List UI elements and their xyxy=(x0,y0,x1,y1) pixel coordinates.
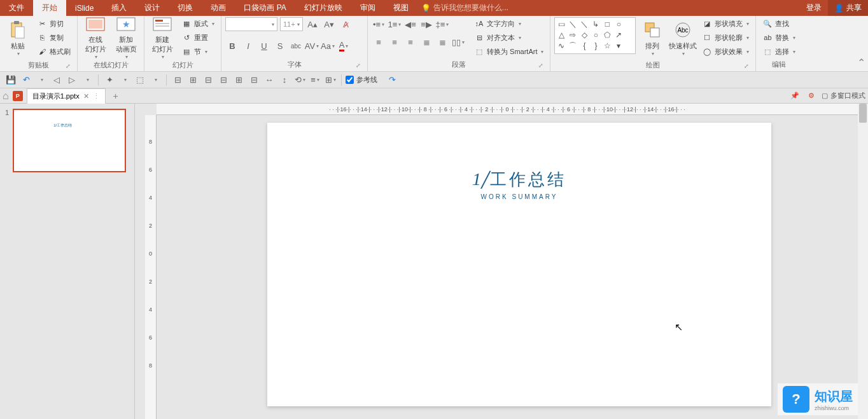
underline-button[interactable]: U xyxy=(257,39,271,53)
select-button[interactable]: ⬚选择▾ xyxy=(760,45,798,58)
tab-transition[interactable]: 切换 xyxy=(169,0,202,16)
align-left-button[interactable]: ≡ xyxy=(372,35,386,49)
q-grid-button[interactable]: ⊞▾ xyxy=(323,73,337,87)
tab-insert[interactable]: 插入 xyxy=(102,0,136,16)
q-anim-dd[interactable]: ▾ xyxy=(118,73,132,87)
change-case-button[interactable]: Aa▾ xyxy=(321,39,335,53)
save-button[interactable]: 💾 xyxy=(4,73,18,87)
replace-button[interactable]: ab替换▾ xyxy=(760,31,798,44)
tab-pocketanim[interactable]: 口袋动画 PA xyxy=(235,0,295,16)
strike-button[interactable]: S xyxy=(273,39,287,53)
tab-review[interactable]: 审阅 xyxy=(351,0,384,16)
add-tab-button[interactable]: + xyxy=(109,90,122,102)
slide-area[interactable]: 1╱工作总结 WORK SUMMARY ↖ xyxy=(157,115,858,419)
layout-button[interactable]: ▦版式▾ xyxy=(179,17,217,30)
align-right-button[interactable]: ≡ xyxy=(403,35,417,49)
tab-animation[interactable]: 动画 xyxy=(202,0,235,16)
bullets-button[interactable]: •≡▾ xyxy=(372,17,386,31)
align-center-button[interactable]: ≡ xyxy=(388,35,402,49)
scrollbar-thumb[interactable] xyxy=(859,104,867,123)
close-tab-button[interactable]: ✕ xyxy=(83,92,89,100)
guides-checkbox[interactable]: 参考线 xyxy=(346,75,377,85)
redo-dropdown[interactable]: ▾ xyxy=(34,73,48,87)
shapes-more-icon[interactable]: ▾ xyxy=(614,41,623,50)
italic-button[interactable]: I xyxy=(241,39,255,53)
justify-button[interactable]: ≣ xyxy=(419,35,433,49)
login-button[interactable]: 登录 xyxy=(800,0,828,16)
find-button[interactable]: 🔍查找 xyxy=(760,17,798,30)
tab-file[interactable]: 文件 xyxy=(0,0,33,16)
slide-thumbnail[interactable]: 1 1/工作总结 xyxy=(5,109,129,172)
q-align2-button[interactable]: ⊞ xyxy=(186,73,200,87)
format-painter-button[interactable]: 🖌格式刷 xyxy=(34,45,73,58)
q-align4-button[interactable]: ⊟ xyxy=(216,73,230,87)
arrange-button[interactable]: 排列▾ xyxy=(638,17,666,59)
clear-format-button[interactable]: A̷ xyxy=(339,17,353,31)
shape-fill-button[interactable]: ◪形状填充▾ xyxy=(699,17,752,30)
font-color-button[interactable]: A▾ xyxy=(337,39,351,53)
settings-button[interactable]: ⚙ xyxy=(805,90,818,102)
q-anim-button[interactable]: ✦ xyxy=(102,73,116,87)
tab-islide[interactable]: iSlide xyxy=(66,0,102,16)
char-spacing-button[interactable]: AV▾ xyxy=(305,39,319,53)
q-align6-button[interactable]: ⊟ xyxy=(247,73,261,87)
copy-button[interactable]: ⎘复制 xyxy=(34,31,73,44)
quick-style-button[interactable]: Abc 快速样式▾ xyxy=(669,17,697,59)
font-name-input[interactable]: ▾ xyxy=(225,17,277,31)
indent-dec-button[interactable]: ◀≡ xyxy=(403,17,417,31)
q-align1-button[interactable]: ⊟ xyxy=(171,73,185,87)
paste-button[interactable]: 粘贴▾ xyxy=(4,17,32,59)
q-group-button[interactable]: ⬚ xyxy=(133,73,147,87)
shape-effects-button[interactable]: ◯形状效果▾ xyxy=(699,45,752,58)
multiwindow-button[interactable]: ▢多窗口模式 xyxy=(822,90,865,102)
scrollbar-vertical[interactable] xyxy=(858,104,868,419)
online-slide-button[interactable]: 在线 幻灯片▾ xyxy=(81,17,109,59)
indent-inc-button[interactable]: ≡▶ xyxy=(419,17,433,31)
share-button[interactable]: 👤 共享 xyxy=(828,0,868,16)
nav-back-button[interactable]: ◁ xyxy=(50,73,64,87)
bold-button[interactable]: B xyxy=(225,39,239,53)
tell-me-search[interactable]: 💡 告诉我您想要做什么... xyxy=(421,3,508,13)
shape-outline-button[interactable]: ☐形状轮廓▾ xyxy=(699,31,752,44)
font-launcher[interactable]: ⤢ xyxy=(354,62,362,70)
q-dist-h-button[interactable]: ↔ xyxy=(262,73,276,87)
drawing-launcher[interactable]: ⤢ xyxy=(743,63,750,71)
reset-button[interactable]: ↺重置 xyxy=(179,31,217,44)
align-text-button[interactable]: ⊟对齐文本▾ xyxy=(472,31,546,44)
nav-fwd-button[interactable]: ▷ xyxy=(65,73,79,87)
line-spacing-button[interactable]: ‡≡▾ xyxy=(435,17,449,31)
columns-button[interactable]: ▯▯▾ xyxy=(451,35,465,49)
smartart-button[interactable]: ⬚转换为 SmartArt▾ xyxy=(472,45,546,58)
increase-font-button[interactable]: A▴ xyxy=(305,17,319,31)
distribute-button[interactable]: ≣ xyxy=(435,35,449,49)
numbering-button[interactable]: 1≡▾ xyxy=(388,17,402,31)
q-align3-button[interactable]: ⊟ xyxy=(201,73,215,87)
text-direction-button[interactable]: ↕A文字方向▾ xyxy=(472,17,546,30)
tab-home[interactable]: 开始 xyxy=(33,0,66,16)
cut-button[interactable]: ✂剪切 xyxy=(34,17,73,30)
q-dist-v-button[interactable]: ↕ xyxy=(277,73,291,87)
shapes-gallery[interactable]: ▭＼＼↳□○ △⇨◇○⬠↗ ∿⌒{}☆▾ xyxy=(554,17,636,54)
new-anim-button[interactable]: ★ 新加 动画页▾ xyxy=(112,17,140,59)
paragraph-launcher[interactable]: ⤢ xyxy=(537,62,545,70)
slide-canvas[interactable]: 1╱工作总结 WORK SUMMARY ↖ xyxy=(267,123,771,406)
q-align5-button[interactable]: ⊞ xyxy=(232,73,246,87)
q-redo-button[interactable]: ↷ xyxy=(385,73,399,87)
section-button[interactable]: ▤节▾ xyxy=(179,45,217,58)
home-icon[interactable]: ⌂ xyxy=(3,90,9,102)
collapse-ribbon-button[interactable]: ⌃ xyxy=(857,57,865,69)
clipboard-launcher[interactable]: ⤢ xyxy=(64,63,72,71)
decrease-font-button[interactable]: A▾ xyxy=(322,17,336,31)
tab-slideshow[interactable]: 幻灯片放映 xyxy=(295,0,351,16)
q-rotate-button[interactable]: ⟲▾ xyxy=(293,73,307,87)
q-list-button[interactable]: ≡▾ xyxy=(308,73,322,87)
document-tab[interactable]: 目录演示1.pptx ✕ ⋮ xyxy=(27,88,106,104)
q-group-dd[interactable]: ▾ xyxy=(148,73,162,87)
qat-customize[interactable]: ▾ xyxy=(80,73,94,87)
new-slide-button[interactable]: 新建 幻灯片▾ xyxy=(148,17,176,59)
undo-button[interactable]: ↶ xyxy=(19,73,33,87)
tab-design[interactable]: 设计 xyxy=(136,0,169,16)
shadow-ab-button[interactable]: abc xyxy=(289,39,303,53)
tab-view[interactable]: 视图 xyxy=(384,0,417,16)
pin-button[interactable]: 📌 xyxy=(788,90,801,102)
